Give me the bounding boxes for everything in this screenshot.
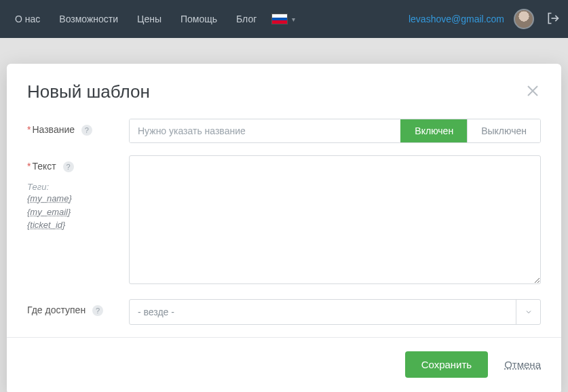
logout-icon[interactable] (546, 12, 560, 27)
chevron-down-icon (516, 300, 540, 324)
avatar[interactable] (514, 9, 534, 29)
save-button[interactable]: Сохранить (405, 351, 489, 378)
template-name-input[interactable] (130, 119, 400, 142)
name-label: *Название ? (27, 119, 129, 136)
nav-pricing[interactable]: Цены (128, 14, 171, 24)
user-email-link[interactable]: levashove@gmail.com (409, 14, 504, 24)
nav-links: О нас Возможности Цены Помощь Блог ▾ (0, 14, 295, 24)
nav-features[interactable]: Возможности (50, 14, 128, 24)
tag-my-email[interactable]: {my_email} (27, 205, 129, 219)
chevron-down-icon: ▾ (292, 16, 295, 23)
help-icon[interactable]: ? (92, 305, 103, 316)
close-icon[interactable] (525, 83, 541, 102)
nav-help[interactable]: Помощь (171, 14, 227, 24)
template-text-input[interactable] (129, 155, 541, 284)
text-label: *Текст ? Теги: {my_name} {my_email} {tic… (27, 155, 129, 232)
cancel-button[interactable]: Отмена (504, 359, 541, 370)
help-icon[interactable]: ? (81, 125, 92, 136)
tag-my-name[interactable]: {my_name} (27, 192, 129, 205)
top-navbar: О нас Возможности Цены Помощь Блог ▾ lev… (0, 0, 568, 38)
tag-ticket-id[interactable]: {ticket_id} (27, 218, 129, 232)
flag-russia-icon (271, 14, 288, 24)
nav-blog[interactable]: Блог (227, 14, 266, 24)
new-template-modal: Новый шаблон *Название ? Включен Выключе… (7, 64, 561, 392)
nav-about[interactable]: О нас (5, 14, 50, 24)
modal-title: Новый шаблон (27, 81, 150, 102)
help-icon[interactable]: ? (63, 161, 74, 172)
language-selector[interactable]: ▾ (271, 14, 295, 24)
toggle-disabled-button[interactable]: Выключен (467, 119, 540, 142)
availability-select[interactable]: - везде - (129, 299, 541, 325)
availability-label: Где доступен ? (27, 299, 129, 316)
toggle-enabled-button[interactable]: Включен (400, 119, 467, 142)
availability-selected-value: - везде - (130, 307, 516, 317)
tags-heading: Теги: (27, 182, 129, 192)
